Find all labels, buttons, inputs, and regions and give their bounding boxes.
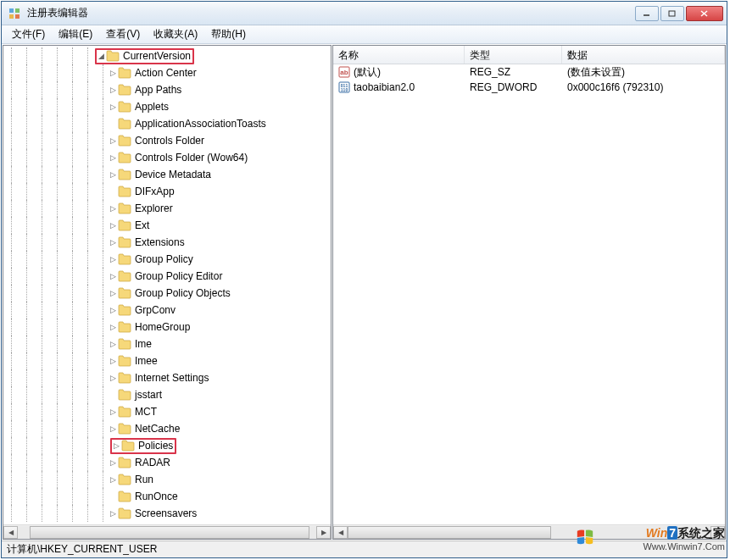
value-row[interactable]: 011110taobaibian2.0REG_DWORD0x000c16f6 (… <box>333 80 725 95</box>
tree-node[interactable]: ▷RADAR <box>3 454 331 471</box>
menu-favorites[interactable]: 收藏夹(A) <box>147 25 204 43</box>
tree-node[interactable]: ▷ApplicationAssociationToasts <box>3 115 331 132</box>
watermark-logo-icon <box>576 528 594 546</box>
scroll-left-button[interactable]: ◀ <box>3 526 18 539</box>
tree-node-root[interactable]: ◢CurrentVersion <box>3 47 331 64</box>
tree-node[interactable]: ▷Controls Folder (Wow64) <box>3 149 331 166</box>
tree-node[interactable]: ▷Group Policy Editor <box>3 268 331 285</box>
tree-node[interactable]: ▷Ime <box>3 335 331 352</box>
tree-node-label: jsstart <box>135 389 162 401</box>
tree-node-label: Group Policy Objects <box>135 287 231 299</box>
value-data: 0x000c16f6 (792310) <box>562 81 725 93</box>
app-icon <box>8 7 22 20</box>
value-type: REG_SZ <box>465 66 562 78</box>
tree-node[interactable]: ▷Applets <box>3 98 331 115</box>
tree-node-label: RunOnce <box>135 491 178 502</box>
value-name: taobaibian2.0 <box>354 81 415 93</box>
tree-node-label: NetCache <box>135 423 180 435</box>
tree-node[interactable]: ▷Group Policy <box>3 251 331 268</box>
tree-node-label: Policies <box>138 440 173 452</box>
title-bar[interactable]: 注册表编辑器 <box>2 2 727 25</box>
tree-node-label: Action Center <box>135 67 197 79</box>
value-type: REG_DWORD <box>465 81 562 93</box>
content-area: ◢CurrentVersion▷Action Center▷App Paths▷… <box>2 44 727 541</box>
tree-node-label: CurrentVersion <box>123 50 191 62</box>
tree-node[interactable]: ▷Action Center <box>3 64 331 81</box>
menu-bar: 文件(F) 编辑(E) 查看(V) 收藏夹(A) 帮助(H) <box>2 25 727 44</box>
tree-node-label: Controls Folder <box>135 135 204 147</box>
status-bar: 计算机\HKEY_CURRENT_USER <box>2 541 727 557</box>
maximize-button[interactable] <box>660 6 684 21</box>
svg-rect-3 <box>15 14 20 19</box>
tree-node-label: Group Policy Editor <box>135 270 222 282</box>
menu-edit[interactable]: 编辑(E) <box>52 25 99 43</box>
tree-node-label: Controls Folder (Wow64) <box>135 152 248 164</box>
value-name: (默认) <box>354 65 381 80</box>
tree-node[interactable]: ▷HomeGroup <box>3 319 331 335</box>
column-data[interactable]: 数据 <box>562 46 725 64</box>
list-hscrollbar[interactable]: ◀ ▶ <box>333 524 725 539</box>
tree-node-label: RADAR <box>135 457 170 469</box>
menu-view[interactable]: 查看(V) <box>99 25 147 43</box>
value-row[interactable]: ab(默认)REG_SZ(数值未设置) <box>333 64 725 80</box>
tree-node[interactable]: ▷Controls Folder <box>3 132 331 149</box>
tree-node[interactable]: ▷DIFxApp <box>3 183 331 200</box>
scroll-left-button[interactable]: ◀ <box>333 526 348 539</box>
tree-node[interactable]: ▷jsstart <box>3 386 331 403</box>
list-header: 名称 类型 数据 <box>333 46 725 64</box>
tree-node-label: Ext <box>135 219 149 231</box>
tree-node-label: Applets <box>135 101 169 113</box>
tree-node[interactable]: ▷App Paths <box>3 81 331 98</box>
menu-file[interactable]: 文件(F) <box>5 25 52 43</box>
column-name[interactable]: 名称 <box>333 46 465 64</box>
values-panel: 名称 类型 数据 ab(默认)REG_SZ(数值未设置)011110taobai… <box>332 45 726 540</box>
window-controls <box>633 6 723 21</box>
values-list[interactable]: ab(默认)REG_SZ(数值未设置)011110taobaibian2.0RE… <box>333 64 725 524</box>
tree-node-label: Group Policy <box>135 253 193 265</box>
svg-rect-5 <box>669 11 675 16</box>
close-button[interactable] <box>686 6 723 21</box>
tree-node-label: ApplicationAssociationToasts <box>135 118 266 130</box>
tree-node-label: Ime <box>135 338 152 350</box>
tree-panel: ◢CurrentVersion▷Action Center▷App Paths▷… <box>3 45 332 540</box>
tree-node[interactable]: ▷Extensions <box>3 234 331 251</box>
svg-text:110: 110 <box>341 87 348 92</box>
scroll-right-button[interactable]: ▶ <box>316 526 331 539</box>
tree-node-label: Imee <box>135 355 158 367</box>
tree-node-label: Internet Settings <box>135 372 209 384</box>
tree-view[interactable]: ◢CurrentVersion▷Action Center▷App Paths▷… <box>3 46 331 524</box>
minimize-button[interactable] <box>635 6 659 21</box>
tree-hscrollbar[interactable]: ◀ ▶ <box>3 524 331 539</box>
status-path: 计算机\HKEY_CURRENT_USER <box>7 542 157 557</box>
tree-node[interactable]: ▷NetCache <box>3 420 331 437</box>
tree-node[interactable]: ▷GrpConv <box>3 302 331 319</box>
tree-node[interactable]: ▷Ext <box>3 217 331 234</box>
column-type[interactable]: 类型 <box>465 46 562 64</box>
tree-node-label: App Paths <box>135 84 181 96</box>
tree-node[interactable]: ▷RunOnce <box>3 488 331 505</box>
tree-node-label: Explorer <box>135 202 173 214</box>
scroll-right-button[interactable]: ▶ <box>710 526 725 539</box>
tree-node-label: HomeGroup <box>135 321 190 333</box>
collapse-icon[interactable]: ◢ <box>96 51 106 61</box>
svg-rect-0 <box>9 8 14 13</box>
tree-node[interactable]: ▷MCT <box>3 403 331 420</box>
tree-node[interactable]: ▷Run <box>3 471 331 488</box>
tree-node[interactable]: ▷Group Policy Objects <box>3 285 331 302</box>
tree-node[interactable]: ▷Internet Settings <box>3 369 331 386</box>
svg-rect-2 <box>9 14 14 19</box>
expand-icon[interactable]: ▷ <box>111 441 121 451</box>
tree-node-label: DIFxApp <box>135 186 175 197</box>
window-title: 注册表编辑器 <box>27 6 633 20</box>
tree-node[interactable]: ▷Imee <box>3 352 331 369</box>
tree-node[interactable]: ▷Explorer <box>3 200 331 217</box>
tree-node[interactable]: ▷Policies <box>3 437 331 454</box>
tree-node-label: Extensions <box>135 236 185 248</box>
tree-node-label: MCT <box>135 406 157 418</box>
menu-help[interactable]: 帮助(H) <box>204 25 253 43</box>
tree-node[interactable]: ▷Screensavers <box>3 505 331 522</box>
tree-node[interactable]: ▷Device Metadata <box>3 166 331 183</box>
tree-node-label: Screensavers <box>135 507 197 519</box>
tree-node-label: GrpConv <box>135 304 176 316</box>
svg-rect-1 <box>15 8 20 13</box>
